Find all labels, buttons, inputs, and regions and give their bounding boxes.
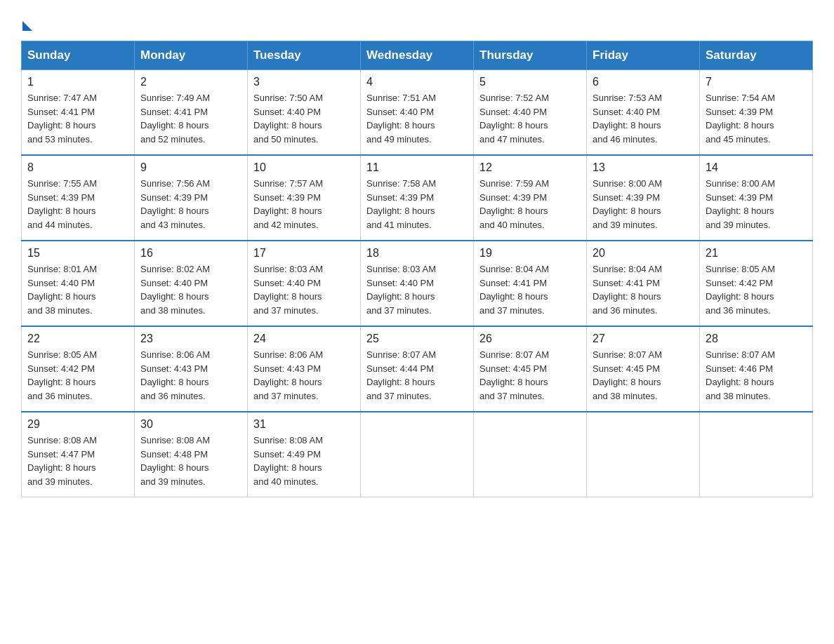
- calendar-day-cell: 22 Sunrise: 8:05 AM Sunset: 4:42 PM Dayl…: [22, 326, 135, 412]
- calendar-day-cell: 13 Sunrise: 8:00 AM Sunset: 4:39 PM Dayl…: [587, 155, 700, 241]
- daylight-minutes: and 46 minutes.: [593, 134, 658, 145]
- daylight-minutes: and 40 minutes.: [479, 220, 545, 230]
- day-info: Sunrise: 8:05 AM Sunset: 4:42 PM Dayligh…: [27, 348, 128, 403]
- calendar-day-cell: [700, 412, 813, 497]
- calendar-day-cell: [474, 412, 587, 497]
- day-info: Sunrise: 8:07 AM Sunset: 4:44 PM Dayligh…: [366, 348, 468, 403]
- day-info: Sunrise: 7:51 AM Sunset: 4:40 PM Dayligh…: [366, 91, 468, 146]
- sunrise-text: Sunrise: 8:07 AM: [479, 349, 549, 360]
- daylight-minutes: and 36 minutes.: [27, 391, 93, 401]
- day-info: Sunrise: 8:03 AM Sunset: 4:40 PM Dayligh…: [366, 262, 468, 317]
- sunrise-text: Sunrise: 8:02 AM: [140, 264, 210, 274]
- sunrise-text: Sunrise: 8:08 AM: [140, 435, 210, 445]
- sunset-text: Sunset: 4:40 PM: [253, 107, 321, 117]
- sunset-text: Sunset: 4:39 PM: [253, 192, 321, 203]
- day-number: 20: [593, 247, 694, 260]
- daylight-text: Daylight: 8 hours: [140, 462, 209, 473]
- sunrise-text: Sunrise: 8:07 AM: [706, 349, 775, 360]
- calendar-day-cell: 28 Sunrise: 8:07 AM Sunset: 4:46 PM Dayl…: [700, 326, 813, 412]
- daylight-text: Daylight: 8 hours: [593, 120, 661, 130]
- calendar-day-cell: 31 Sunrise: 8:08 AM Sunset: 4:49 PM Dayl…: [248, 412, 361, 497]
- daylight-text: Daylight: 8 hours: [253, 462, 322, 473]
- daylight-minutes: and 50 minutes.: [253, 134, 319, 145]
- sunrise-text: Sunrise: 8:07 AM: [366, 349, 436, 360]
- sunset-text: Sunset: 4:41 PM: [140, 107, 208, 117]
- day-info: Sunrise: 8:03 AM Sunset: 4:40 PM Dayligh…: [253, 262, 355, 317]
- daylight-text: Daylight: 8 hours: [140, 291, 209, 302]
- daylight-text: Daylight: 8 hours: [27, 120, 96, 130]
- daylight-text: Daylight: 8 hours: [479, 291, 548, 302]
- sunrise-text: Sunrise: 8:04 AM: [593, 264, 662, 274]
- daylight-minutes: and 52 minutes.: [140, 134, 206, 145]
- column-header-friday: Friday: [587, 41, 700, 70]
- day-number: 1: [27, 76, 128, 88]
- sunset-text: Sunset: 4:45 PM: [479, 363, 547, 374]
- day-info: Sunrise: 7:49 AM Sunset: 4:41 PM Dayligh…: [140, 91, 241, 146]
- day-number: 26: [479, 333, 581, 345]
- sunrise-text: Sunrise: 7:47 AM: [27, 93, 97, 103]
- sunset-text: Sunset: 4:39 PM: [366, 192, 434, 203]
- day-number: 8: [27, 161, 128, 174]
- calendar-day-cell: 30 Sunrise: 8:08 AM Sunset: 4:48 PM Dayl…: [135, 412, 248, 497]
- sunset-text: Sunset: 4:40 PM: [253, 278, 321, 288]
- sunrise-text: Sunrise: 7:49 AM: [140, 93, 210, 103]
- day-number: 25: [366, 333, 468, 345]
- daylight-minutes: and 41 minutes.: [366, 220, 432, 230]
- daylight-minutes: and 38 minutes.: [706, 391, 771, 401]
- day-number: 30: [140, 418, 241, 431]
- daylight-minutes: and 42 minutes.: [253, 220, 319, 230]
- day-info: Sunrise: 7:55 AM Sunset: 4:39 PM Dayligh…: [27, 177, 128, 232]
- daylight-text: Daylight: 8 hours: [706, 120, 774, 130]
- sunset-text: Sunset: 4:44 PM: [366, 363, 434, 374]
- sunset-text: Sunset: 4:41 PM: [27, 107, 95, 117]
- day-number: 15: [27, 247, 128, 260]
- sunset-text: Sunset: 4:39 PM: [140, 192, 208, 203]
- calendar-day-cell: 27 Sunrise: 8:07 AM Sunset: 4:45 PM Dayl…: [587, 326, 700, 412]
- calendar-header-row: SundayMondayTuesdayWednesdayThursdayFrid…: [22, 41, 813, 70]
- daylight-text: Daylight: 8 hours: [706, 206, 774, 216]
- day-number: 16: [140, 247, 241, 260]
- column-header-thursday: Thursday: [474, 41, 587, 70]
- daylight-text: Daylight: 8 hours: [706, 377, 774, 387]
- day-info: Sunrise: 7:52 AM Sunset: 4:40 PM Dayligh…: [479, 91, 581, 146]
- daylight-text: Daylight: 8 hours: [253, 377, 322, 387]
- daylight-minutes: and 37 minutes.: [479, 391, 545, 401]
- daylight-text: Daylight: 8 hours: [593, 377, 661, 387]
- daylight-text: Daylight: 8 hours: [253, 206, 322, 216]
- daylight-minutes: and 37 minutes.: [366, 391, 432, 401]
- sunset-text: Sunset: 4:48 PM: [140, 449, 208, 459]
- daylight-minutes: and 37 minutes.: [253, 391, 319, 401]
- sunrise-text: Sunrise: 8:01 AM: [27, 264, 97, 274]
- sunrise-text: Sunrise: 8:08 AM: [27, 435, 97, 445]
- sunrise-text: Sunrise: 7:53 AM: [593, 93, 662, 103]
- sunset-text: Sunset: 4:39 PM: [706, 107, 773, 117]
- sunset-text: Sunset: 4:40 PM: [593, 107, 660, 117]
- sunset-text: Sunset: 4:47 PM: [27, 449, 95, 459]
- day-info: Sunrise: 8:06 AM Sunset: 4:43 PM Dayligh…: [253, 348, 355, 403]
- sunrise-text: Sunrise: 7:58 AM: [366, 178, 436, 189]
- day-number: 6: [593, 76, 694, 88]
- daylight-text: Daylight: 8 hours: [479, 206, 548, 216]
- sunrise-text: Sunrise: 7:52 AM: [479, 93, 549, 103]
- daylight-text: Daylight: 8 hours: [140, 206, 209, 216]
- sunrise-text: Sunrise: 8:03 AM: [253, 264, 323, 274]
- daylight-text: Daylight: 8 hours: [27, 377, 96, 387]
- sunset-text: Sunset: 4:40 PM: [27, 278, 95, 288]
- day-info: Sunrise: 7:54 AM Sunset: 4:39 PM Dayligh…: [706, 91, 807, 146]
- day-number: 18: [366, 247, 468, 260]
- day-number: 17: [253, 247, 355, 260]
- sunrise-text: Sunrise: 7:56 AM: [140, 178, 210, 189]
- day-number: 31: [253, 418, 355, 431]
- daylight-minutes: and 38 minutes.: [140, 305, 206, 316]
- daylight-text: Daylight: 8 hours: [366, 377, 435, 387]
- day-info: Sunrise: 7:53 AM Sunset: 4:40 PM Dayligh…: [593, 91, 694, 146]
- day-info: Sunrise: 8:01 AM Sunset: 4:40 PM Dayligh…: [27, 262, 128, 317]
- day-info: Sunrise: 8:00 AM Sunset: 4:39 PM Dayligh…: [593, 177, 694, 232]
- day-number: 23: [140, 333, 241, 345]
- calendar-table: SundayMondayTuesdayWednesdayThursdayFrid…: [21, 41, 813, 497]
- column-header-sunday: Sunday: [22, 41, 135, 70]
- day-info: Sunrise: 7:47 AM Sunset: 4:41 PM Dayligh…: [27, 91, 128, 146]
- daylight-minutes: and 44 minutes.: [27, 220, 93, 230]
- day-info: Sunrise: 7:58 AM Sunset: 4:39 PM Dayligh…: [366, 177, 468, 232]
- daylight-text: Daylight: 8 hours: [366, 291, 435, 302]
